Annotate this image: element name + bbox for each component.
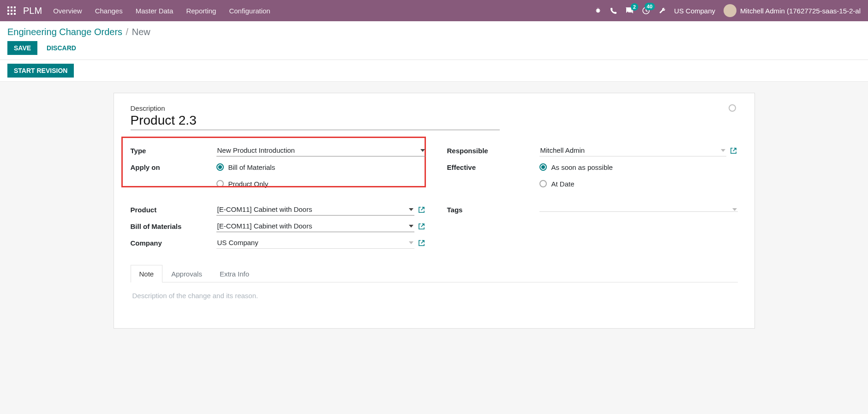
company-select[interactable]: US Company — [216, 237, 414, 249]
menu-changes[interactable]: Changes — [95, 7, 123, 15]
activity-icon[interactable]: 40 — [642, 6, 650, 15]
menu-master-data[interactable]: Master Data — [136, 7, 174, 15]
product-value: [E-COM11] Cabinet with Doors — [217, 205, 312, 213]
chevron-down-icon — [721, 149, 725, 152]
company-label: Company — [131, 239, 216, 247]
form-sheet: Description Type New Product Introductio… — [114, 93, 755, 329]
effective-label: Effective — [447, 163, 539, 171]
type-value: New Product Introduction — [217, 146, 295, 154]
tab-extra-info[interactable]: Extra Info — [211, 265, 258, 282]
apply-on-bom-label[interactable]: Bill of Materials — [228, 163, 275, 171]
company-value: US Company — [217, 239, 258, 246]
tab-note[interactable]: Note — [131, 265, 163, 282]
app-brand[interactable]: PLM — [23, 6, 42, 16]
responsible-label: Responsible — [447, 147, 539, 155]
menu-reporting[interactable]: Reporting — [186, 7, 216, 15]
breadcrumb-current: New — [132, 27, 150, 37]
tools-icon[interactable] — [658, 7, 666, 14]
save-button[interactable]: SAVE — [7, 41, 37, 55]
start-revision-button[interactable]: START REVISION — [7, 64, 74, 78]
messages-badge: 2 — [631, 3, 638, 11]
svg-rect-7 — [11, 13, 12, 15]
tabs: Note Approvals Extra Info — [131, 265, 738, 282]
chevron-down-icon — [409, 241, 413, 244]
svg-rect-2 — [14, 6, 16, 8]
menu-configuration[interactable]: Configuration — [229, 7, 270, 15]
svg-rect-1 — [11, 6, 12, 8]
external-link-icon[interactable] — [417, 223, 426, 230]
chevron-down-icon — [420, 149, 425, 152]
tab-note-content[interactable]: Description of the change and its reason… — [131, 282, 738, 309]
responsible-value: Mitchell Admin — [540, 146, 585, 154]
svg-point-9 — [597, 9, 599, 12]
discard-button[interactable]: DISCARD — [42, 41, 81, 55]
status-bar: START REVISION — [0, 60, 868, 82]
bom-label: Bill of Materials — [131, 222, 216, 230]
tab-approvals[interactable]: Approvals — [162, 265, 211, 282]
svg-rect-5 — [14, 10, 16, 12]
chevron-down-icon — [732, 208, 737, 211]
bom-select[interactable]: [E-COM11] Cabinet with Doors — [216, 220, 414, 232]
apps-icon[interactable] — [7, 6, 16, 15]
svg-rect-8 — [14, 13, 16, 15]
description-label: Description — [131, 104, 738, 112]
activity-badge: 40 — [645, 3, 655, 10]
breadcrumb: Engineering Change Orders / New — [7, 27, 861, 37]
apply-on-bom-radio[interactable] — [216, 163, 224, 171]
product-label: Product — [131, 206, 216, 214]
kanban-state-dot[interactable] — [729, 104, 736, 112]
systray: 2 40 US Company Mitchell Admin (17627725… — [594, 4, 861, 17]
apply-on-product-label[interactable]: Product Only — [228, 180, 269, 188]
effective-asap-radio[interactable] — [539, 163, 547, 171]
svg-rect-6 — [7, 13, 9, 15]
phone-icon[interactable] — [610, 7, 617, 14]
tags-select[interactable] — [539, 208, 738, 212]
effective-at-date-radio[interactable] — [539, 180, 547, 187]
bug-icon[interactable] — [594, 7, 602, 14]
top-nav: PLM Overview Changes Master Data Reporti… — [0, 0, 868, 21]
menu-overview[interactable]: Overview — [53, 7, 82, 15]
external-link-icon[interactable] — [729, 147, 738, 154]
company-switcher[interactable]: US Company — [674, 7, 715, 15]
main-menu: Overview Changes Master Data Reporting C… — [53, 7, 270, 15]
chevron-down-icon — [409, 208, 413, 211]
apply-on-product-radio[interactable] — [216, 180, 224, 187]
type-select[interactable]: New Product Introduction — [216, 144, 426, 156]
external-link-icon[interactable] — [417, 206, 426, 213]
avatar — [724, 4, 736, 17]
user-menu[interactable]: Mitchell Admin (17627725-saas-15-2-al — [724, 4, 861, 17]
tags-label: Tags — [447, 206, 539, 214]
note-placeholder: Description of the change and its reason… — [132, 292, 258, 300]
apply-on-label: Apply on — [131, 163, 216, 171]
svg-rect-4 — [11, 10, 12, 12]
user-name: Mitchell Admin (17627725-saas-15-2-al — [740, 7, 861, 15]
description-input[interactable] — [131, 113, 500, 130]
chevron-down-icon — [409, 225, 413, 228]
type-label: Type — [131, 147, 216, 155]
effective-at-date-label[interactable]: At Date — [551, 180, 575, 188]
bom-value: [E-COM11] Cabinet with Doors — [217, 222, 312, 230]
product-select[interactable]: [E-COM11] Cabinet with Doors — [216, 204, 414, 216]
breadcrumb-parent[interactable]: Engineering Change Orders — [7, 27, 122, 37]
form-right-column: Responsible Mitchell Admin Effective — [447, 142, 738, 251]
external-link-icon[interactable] — [417, 240, 426, 246]
form-left-column: Type New Product Introduction Apply on B… — [131, 142, 426, 251]
breadcrumb-sep: / — [126, 27, 129, 37]
responsible-select[interactable]: Mitchell Admin — [539, 144, 726, 156]
svg-rect-0 — [7, 6, 9, 8]
messages-icon[interactable]: 2 — [625, 7, 634, 14]
effective-asap-label[interactable]: As soon as possible — [551, 163, 613, 171]
control-panel: Engineering Change Orders / New SAVE DIS… — [0, 21, 868, 60]
svg-rect-3 — [7, 10, 9, 12]
